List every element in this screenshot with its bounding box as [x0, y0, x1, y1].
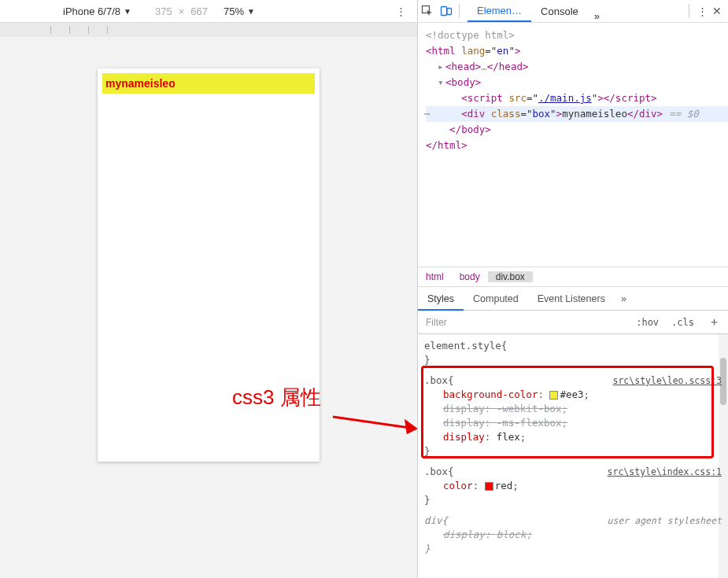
zoom-value: 75%	[224, 6, 244, 17]
tab-styles[interactable]: Styles	[418, 287, 464, 311]
tab-elements[interactable]: Elemen…	[467, 0, 531, 22]
more-options-icon[interactable]: ⋮	[396, 6, 406, 17]
viewport-dimensions: 375 × 667	[155, 6, 208, 17]
cls-toggle[interactable]: .cls	[665, 317, 700, 328]
tab-computed[interactable]: Computed	[464, 287, 528, 311]
color-swatch-icon[interactable]	[549, 391, 558, 399]
dom-tree[interactable]: <!doctype html> <html lang="en"> ▸<head>…	[418, 23, 728, 267]
hov-toggle[interactable]: :hov	[630, 317, 665, 328]
devtools-menu-icon[interactable]: ⋮	[697, 6, 708, 17]
styles-filter-input[interactable]	[418, 311, 630, 333]
times-icon: ×	[179, 6, 185, 17]
source-link[interactable]: src\style\leo.scss:3	[613, 374, 722, 388]
breadcrumb-body[interactable]: body	[452, 271, 488, 282]
styles-pane: element.style { } .box {src\style\leo.sc…	[418, 334, 728, 578]
source-link[interactable]: src\style\index.css:1	[608, 465, 722, 479]
device-toolbar: iPhone 6/7/8 ▼ 375 × 667 75% ▼ ⋮ Elemen……	[0, 0, 728, 22]
devtools-top: Elemen… Console » ⋮ ✕	[417, 0, 728, 22]
new-style-rule-icon[interactable]: ＋	[700, 315, 728, 329]
ruler-horizontal	[0, 23, 417, 37]
rule-box-css[interactable]: .box {src\style\index.css:1 color: red; …	[424, 465, 722, 507]
chevron-down-icon: ▼	[247, 7, 255, 16]
breadcrumb: html body div.box	[418, 267, 728, 287]
emulated-page[interactable]: mynameisleo	[98, 68, 320, 462]
color-swatch-icon[interactable]	[485, 482, 493, 491]
devtools-tabs: Elemen… Console »	[467, 0, 686, 22]
inspect-element-icon[interactable]	[418, 5, 437, 17]
device-viewport-pane: mynameisleo	[0, 23, 417, 578]
breadcrumb-html[interactable]: html	[418, 271, 452, 282]
breadcrumb-div[interactable]: div.box	[488, 271, 533, 282]
tab-event-listeners[interactable]: Event Listeners	[528, 287, 615, 311]
device-mode-icon[interactable]	[437, 5, 456, 17]
svg-rect-1	[442, 7, 447, 16]
eq0-hint: == $0	[669, 108, 699, 120]
rule-element-style[interactable]: element.style { }	[424, 339, 722, 367]
script-src-link[interactable]: ./main.js	[538, 92, 592, 104]
tabs-overflow-icon[interactable]: »	[588, 10, 606, 22]
expand-icon[interactable]: ▸	[438, 59, 445, 75]
source-user-agent: user agent stylesheet	[608, 514, 722, 528]
rule-user-agent[interactable]: div {user agent stylesheet display: bloc…	[424, 514, 722, 556]
viewport-width[interactable]: 375	[155, 6, 172, 17]
box-element[interactable]: mynameisleo	[102, 73, 315, 94]
rule-box-scss[interactable]: .box {src\style\leo.scss:3 background-co…	[424, 374, 722, 458]
chevron-down-icon: ▼	[124, 7, 131, 16]
zoom-select[interactable]: 75% ▼	[224, 6, 255, 17]
styles-filter-bar: :hov .cls ＋	[418, 311, 728, 334]
svg-rect-2	[447, 9, 452, 15]
dom-selected-node[interactable]: <div class="box">mynameisleo</div>== $0	[426, 106, 728, 122]
viewport-height[interactable]: 667	[190, 6, 208, 17]
styles-subtabs: Styles Computed Event Listeners »	[418, 287, 728, 311]
collapse-icon[interactable]: ▾	[438, 75, 445, 90]
close-icon[interactable]: ✕	[712, 5, 722, 17]
device-select[interactable]: iPhone 6/7/8 ▼	[63, 6, 131, 17]
doctype: <!doctype html>	[426, 29, 515, 41]
device-name: iPhone 6/7/8	[63, 6, 120, 17]
devtools-panel: <!doctype html> <html lang="en"> ▸<head>…	[417, 23, 728, 578]
tab-console[interactable]: Console	[531, 0, 588, 22]
styles-tabs-overflow-icon[interactable]: »	[615, 293, 633, 304]
